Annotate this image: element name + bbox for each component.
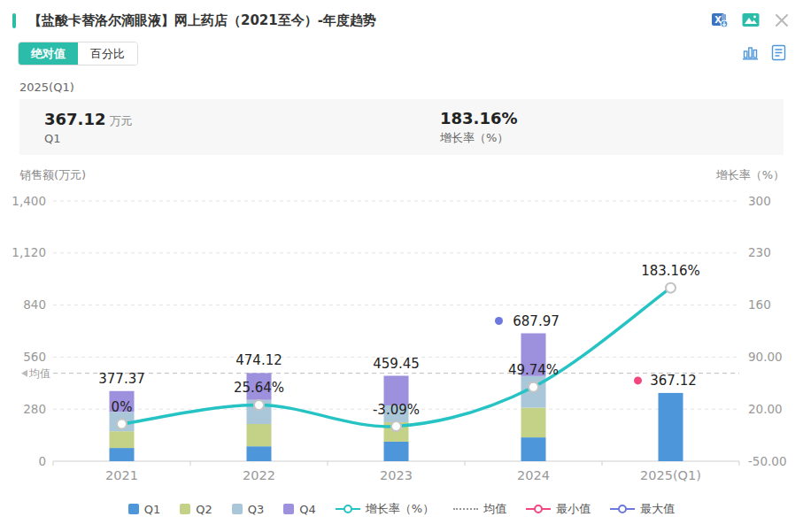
legend-swatch [180,504,190,514]
legend-swatch [336,504,360,514]
legend-item-q4[interactable]: Q4 [283,503,316,516]
svg-text:均值: 均值 [28,367,50,380]
tab-absolute-value[interactable]: 绝对值 [19,42,78,65]
legend-label: Q1 [144,503,161,516]
bar-chart-view-icon[interactable] [742,44,759,61]
legend-label: 增长率（%） [366,501,434,517]
svg-text:560: 560 [23,350,46,364]
legend-label: 最大值 [640,501,675,517]
svg-text:280: 280 [23,402,46,416]
widget-header: 【盐酸卡替洛尔滴眼液】网上药店（2021至今）-年度趋势 X [12,9,791,32]
svg-text:90.00: 90.00 [748,350,783,364]
legend-label: 最小值 [556,501,591,517]
summary-sales: 367.12万元 Q1 [44,110,440,145]
svg-text:367.12: 367.12 [650,373,697,389]
svg-text:1,120: 1,120 [12,245,46,259]
svg-text:300: 300 [748,194,771,208]
svg-text:2024: 2024 [517,468,550,482]
legend-item-q2[interactable]: Q2 [180,503,212,516]
summary-panel: 367.12万元 Q1 183.16% 增长率（%） [19,99,784,155]
svg-text:183.16%: 183.16% [641,263,700,279]
legend-label: Q4 [299,503,316,516]
svg-text:0: 0 [38,454,46,468]
legend-swatch [232,504,243,514]
svg-text:2023: 2023 [380,468,413,482]
value-mode-tabs: 绝对值 百分比 [18,42,138,66]
widget-title: 【盐酸卡替洛尔滴眼液】网上药店（2021至今）-年度趋势 [28,12,376,29]
trend-chart-widget: 【盐酸卡替洛尔滴眼液】网上药店（2021至今）-年度趋势 X [0,0,803,532]
legend-label: Q2 [196,503,212,516]
svg-text:0%: 0% [112,399,133,415]
svg-text:474.12: 474.12 [235,352,282,368]
legend-item-q1[interactable]: Q1 [128,503,161,516]
legend-swatch [526,504,551,514]
svg-text:1,400: 1,400 [12,194,46,208]
svg-text:459.45: 459.45 [373,356,420,372]
svg-text:230: 230 [748,245,771,259]
trend-chart[interactable]: 0-50.0028020.0056090.008401601,1202301,4… [0,164,803,500]
svg-text:20.00: 20.00 [748,402,783,416]
summary-growth-caption: 增长率（%） [440,130,518,146]
chart-legend: Q1Q2Q3Q4增长率（%）均值最小值最大值 [0,501,803,517]
image-export-icon[interactable] [742,12,760,29]
svg-text:2022: 2022 [243,468,275,482]
summary-sales-unit: 万元 [109,114,132,127]
legend-item-[interactable]: 均值 [453,501,506,517]
legend-item-[interactable]: 增长率（%） [336,501,434,517]
legend-label: 均值 [483,501,506,517]
svg-text:2025(Q1): 2025(Q1) [640,468,701,482]
tab-percentage[interactable]: 百分比 [78,42,137,65]
excel-export-icon[interactable]: X [711,12,729,29]
legend-swatch [610,504,635,514]
legend-item-[interactable]: 最大值 [610,501,675,517]
summary-growth-value: 183.16% [440,109,518,127]
legend-item-q3[interactable]: Q3 [232,503,265,516]
legend-swatch [128,504,139,514]
svg-text:377.37: 377.37 [98,371,145,387]
svg-text:2021: 2021 [105,468,138,482]
svg-text:840: 840 [23,297,46,312]
title-accent-bar [12,13,16,28]
svg-text:687.97: 687.97 [513,313,560,329]
summary-sales-value: 367.12 [44,110,105,128]
table-view-icon[interactable] [770,44,787,61]
svg-text:-50.00: -50.00 [748,454,787,468]
close-icon[interactable] [773,12,791,29]
svg-text:160: 160 [748,297,771,312]
summary-growth: 183.16% 增长率（%） [440,109,518,146]
legend-swatch [453,508,478,510]
summary-sales-caption: Q1 [44,132,440,145]
period-label: 2025(Q1) [19,81,74,94]
legend-item-[interactable]: 最小值 [526,501,591,517]
svg-text:25.64%: 25.64% [234,380,284,396]
svg-text:49.74%: 49.74% [508,362,559,378]
svg-text:-3.09%: -3.09% [373,402,420,418]
legend-label: Q3 [248,503,265,516]
legend-swatch [283,504,294,514]
